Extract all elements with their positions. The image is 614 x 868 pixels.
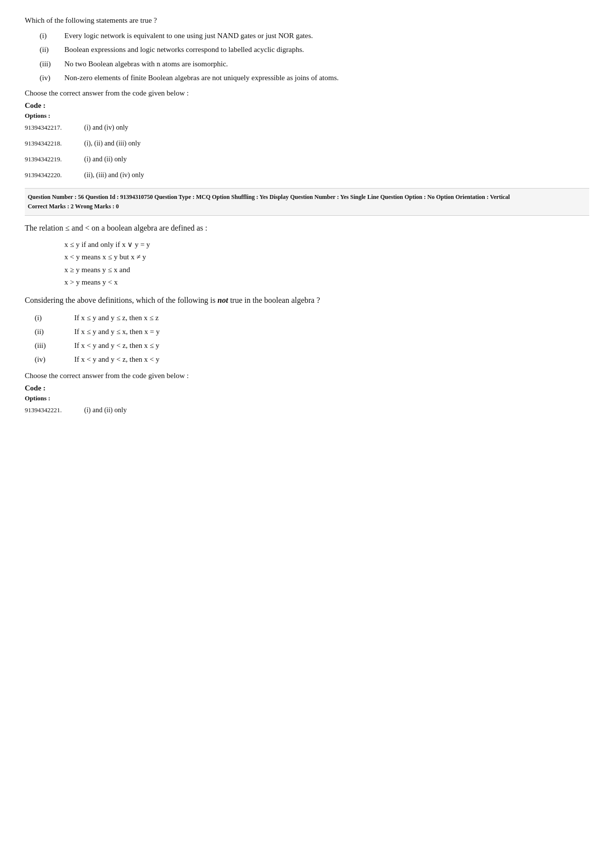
option-id-218: 91394342218. bbox=[25, 140, 84, 147]
q56-code-label: Code : bbox=[25, 384, 589, 392]
option-id-217: 91394342217. bbox=[25, 124, 84, 132]
q56-stmt-i: (i) If x ≤ y and y ≤ z, then x ≤ z bbox=[35, 312, 589, 324]
def-3: x ≥ y means y ≤ x and bbox=[64, 264, 589, 277]
option-91394342218: 91394342218. (i), (ii) and (iii) only bbox=[25, 140, 589, 147]
q56-stmt-iv: (iv) If x < y and y < z, then x < y bbox=[35, 353, 589, 365]
q56-meta-block: Question Number : 56 Question Id : 91394… bbox=[25, 188, 589, 216]
q56-stmt-i-text: If x ≤ y and y ≤ z, then x ≤ z bbox=[74, 312, 589, 324]
stmt-i-text: Every logic network is equivalent to one… bbox=[64, 30, 589, 42]
not-word: not bbox=[217, 296, 228, 304]
q55-code-label: Code : bbox=[25, 101, 589, 110]
q55-options-label: Options : bbox=[25, 112, 589, 120]
considering-part1: Considering the above definitions, which… bbox=[25, 296, 217, 304]
q56-definitions: x ≤ y if and only if x ∨ y = y x < y mea… bbox=[64, 239, 589, 289]
option-id-219: 91394342219. bbox=[25, 155, 84, 163]
stmt-iii-text: No two Boolean algebras with n atoms are… bbox=[64, 58, 589, 70]
stmt-iv-text: Non-zero elements of finite Boolean alge… bbox=[64, 72, 589, 84]
q56-considering-text: Considering the above definitions, which… bbox=[25, 294, 589, 307]
option-91394342221: 91394342221. (i) and (ii) only bbox=[25, 406, 589, 414]
def-2: x < y means x ≤ y but x ≠ y bbox=[64, 251, 589, 264]
q56-stmt-ii-text: If x ≤ y and y ≤ x, then x = y bbox=[74, 326, 589, 338]
statement-ii: (ii) Boolean expressions and logic netwo… bbox=[40, 44, 589, 55]
q56-stmt-iii-label: (iii) bbox=[35, 339, 74, 351]
q55-statements: (i) Every logic network is equivalent to… bbox=[40, 30, 589, 84]
option-text-219: (i) and (ii) only bbox=[84, 155, 127, 163]
q55-question-text: Which of the following statements are tr… bbox=[25, 15, 589, 26]
stmt-ii-label: (ii) bbox=[40, 44, 64, 55]
q56-statements: (i) If x ≤ y and y ≤ z, then x ≤ z (ii) … bbox=[35, 312, 589, 365]
stmt-iv-label: (iv) bbox=[40, 72, 64, 84]
option-text-220: (ii), (iii) and (iv) only bbox=[84, 171, 144, 179]
option-91394342219: 91394342219. (i) and (ii) only bbox=[25, 155, 589, 163]
q56-options-label: Options : bbox=[25, 394, 589, 402]
q56-choose-text: Choose the correct answer from the code … bbox=[25, 370, 589, 382]
statement-iii: (iii) No two Boolean algebras with n ato… bbox=[40, 58, 589, 70]
def-1: x ≤ y if and only if x ∨ y = y bbox=[64, 239, 589, 251]
option-id-220: 91394342220. bbox=[25, 171, 84, 179]
question-55: Which of the following statements are tr… bbox=[25, 15, 589, 179]
stmt-i-label: (i) bbox=[40, 30, 64, 42]
q56-intro: The relation ≤ and < on a boolean algebr… bbox=[25, 222, 589, 235]
option-text-217: (i) and (iv) only bbox=[84, 124, 128, 132]
q56-stmt-ii: (ii) If x ≤ y and y ≤ x, then x = y bbox=[35, 326, 589, 338]
option-text-221: (i) and (ii) only bbox=[84, 406, 127, 414]
considering-part2: true in the boolean algebra ? bbox=[228, 296, 320, 304]
question-56: The relation ≤ and < on a boolean algebr… bbox=[25, 222, 589, 414]
def-4: x > y means y < x bbox=[64, 276, 589, 289]
q56-stmt-ii-label: (ii) bbox=[35, 326, 74, 338]
q56-stmt-iv-text: If x < y and y < z, then x < y bbox=[74, 353, 589, 365]
option-91394342220: 91394342220. (ii), (iii) and (iv) only bbox=[25, 171, 589, 179]
statement-i: (i) Every logic network is equivalent to… bbox=[40, 30, 589, 42]
option-id-221: 91394342221. bbox=[25, 406, 84, 414]
q56-marks-text: Correct Marks : 2 Wrong Marks : 0 bbox=[28, 202, 586, 211]
q56-stmt-iii-text: If x < y and y < z, then x ≤ y bbox=[74, 339, 589, 351]
q55-choose-text: Choose the correct answer from the code … bbox=[25, 88, 589, 99]
option-91394342217: 91394342217. (i) and (iv) only bbox=[25, 124, 589, 132]
stmt-iii-label: (iii) bbox=[40, 58, 64, 70]
q56-stmt-iv-label: (iv) bbox=[35, 353, 74, 365]
q56-stmt-iii: (iii) If x < y and y < z, then x ≤ y bbox=[35, 339, 589, 351]
q56-stmt-i-label: (i) bbox=[35, 312, 74, 324]
stmt-ii-text: Boolean expressions and logic networks c… bbox=[64, 44, 589, 55]
statement-iv: (iv) Non-zero elements of finite Boolean… bbox=[40, 72, 589, 84]
option-text-218: (i), (ii) and (iii) only bbox=[84, 140, 141, 147]
q56-meta-text: Question Number : 56 Question Id : 91394… bbox=[28, 193, 586, 202]
